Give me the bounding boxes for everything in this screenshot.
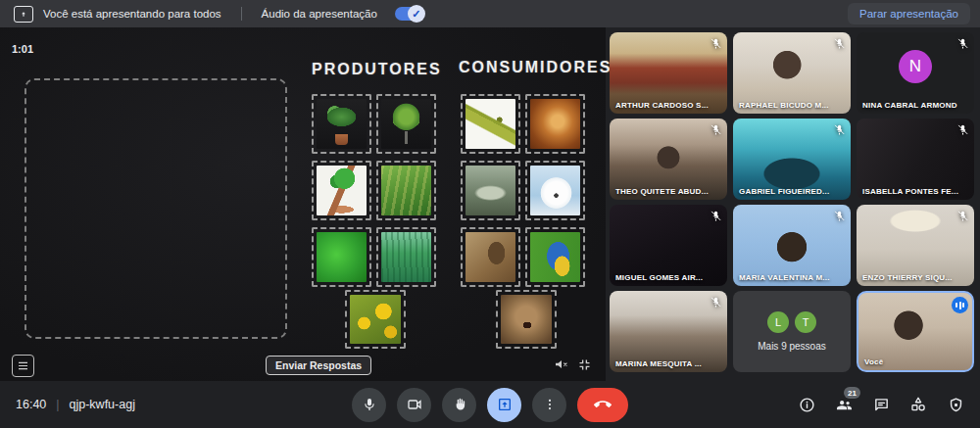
mic-muted-icon [710, 296, 722, 309]
toggle-check-icon: ✓ [408, 5, 425, 23]
participant-tile-theo[interactable]: THEO QUITETE ABUD... [610, 119, 727, 200]
participant-name: MARIA VALENTINA M... [739, 273, 830, 282]
tree-image [381, 99, 431, 149]
producers-grid [312, 94, 436, 287]
participant-tile-arthur[interactable]: ARTHUR CARDOSO S... [610, 32, 727, 114]
participant-count-badge: 21 [844, 387, 860, 399]
card-houseplant[interactable] [312, 94, 371, 154]
more-people-label: Mais 9 pessoas [758, 341, 825, 352]
collapse-icon[interactable] [577, 357, 592, 372]
card-cobra[interactable] [461, 227, 520, 287]
mic-muted-icon [956, 37, 969, 50]
card-fish[interactable] [461, 161, 520, 220]
participant-name: MIGUEL GOMES AIR... [615, 273, 703, 282]
participant-name: ENZO THIERRY SIQU... [862, 273, 953, 282]
divider [241, 7, 242, 21]
self-tile[interactable]: Você [857, 291, 974, 372]
presentation-audio-label: Áudio da apresentação [262, 8, 377, 20]
participant-tile-enzo[interactable]: ENZO THIERRY SIQU... [857, 205, 974, 286]
lion-image [530, 99, 580, 149]
speaker-muted-icon[interactable] [554, 357, 569, 372]
card-macaw[interactable] [525, 227, 585, 287]
activities-icon[interactable] [907, 394, 929, 415]
grasshopper-image [466, 99, 515, 149]
clock: 16:40 [16, 398, 46, 411]
avatar: T [795, 311, 816, 333]
participant-tile-marina[interactable]: MARINA MESQUITA ... [610, 291, 727, 372]
menu-icon[interactable] [12, 355, 34, 377]
present-to-all-icon [14, 6, 33, 23]
card-green-leaves[interactable] [312, 227, 371, 287]
shared-presentation[interactable]: 1:01 PRODUTORES CONSUMIDORES Enviar Resp… [0, 27, 606, 381]
participant-name: NINA CABRAL ARMOND [862, 101, 957, 110]
mic-muted-icon [710, 123, 722, 136]
end-call-button[interactable] [577, 388, 628, 422]
activity-timer: 1:01 [12, 43, 33, 55]
stop-presenting-button[interactable]: Parar apresentação [859, 8, 958, 20]
card-grasshopper[interactable] [461, 94, 520, 154]
participant-tile-isabella[interactable]: ISABELLA PONTES FE... [857, 119, 974, 200]
card-corn-field[interactable] [376, 161, 436, 220]
presenting-label: Você está apresentando para todos [43, 8, 221, 20]
meeting-controls-bar: 16:40 | qjp-kwfu-agj 21 [0, 381, 980, 428]
card-bear[interactable] [496, 290, 557, 349]
card-lion[interactable] [525, 94, 585, 154]
fish-image [466, 166, 515, 215]
card-sunflowers[interactable] [345, 290, 406, 349]
houseplant-image [317, 99, 367, 149]
presenting-banner: Você está apresentando para todos Áudio … [0, 0, 980, 27]
producers-title: PRODUTORES [312, 61, 439, 78]
divider: | [56, 398, 59, 411]
mic-muted-icon [833, 210, 846, 222]
participant-name: MARINA MESQUITA ... [615, 359, 702, 368]
participant-tile-raphael[interactable]: RAPHAEL BICUDO M... [733, 32, 851, 114]
chat-icon[interactable] [870, 394, 892, 415]
seal-image [530, 166, 580, 215]
participant-tile-maria[interactable]: MARIA VALENTINA M... [733, 205, 851, 286]
more-people-tile[interactable]: L T Mais 9 pessoas [733, 291, 851, 372]
corn-field-image [381, 166, 431, 215]
card-palm-tree[interactable] [312, 161, 371, 220]
consumers-grid [461, 94, 585, 287]
aquatic-plants-image [381, 232, 431, 282]
card-aquatic-plants[interactable] [376, 227, 436, 287]
speaking-indicator-icon [952, 297, 968, 313]
present-button[interactable] [487, 388, 521, 422]
info-icon[interactable] [796, 394, 817, 415]
bear-image [501, 295, 552, 344]
presentation-audio-toggle[interactable]: ✓ [395, 7, 424, 21]
participant-name: THEO QUITETE ABUD... [615, 187, 709, 196]
mic-muted-icon [956, 210, 969, 222]
answer-drop-zone[interactable] [24, 78, 287, 339]
sunflowers-image [350, 295, 401, 344]
raise-hand-button[interactable] [442, 388, 476, 422]
mic-muted-icon [710, 210, 722, 222]
card-seal[interactable] [525, 161, 585, 220]
mic-muted-icon [833, 123, 846, 136]
participant-tile-gabriel[interactable]: GABRIEL FIGUEIRED... [733, 119, 851, 200]
avatar-group: L T [767, 311, 816, 333]
more-options-button[interactable] [532, 388, 566, 422]
self-label: Você [864, 357, 883, 366]
participant-name: ARTHUR CARDOSO S... [615, 101, 709, 110]
submit-answers-button[interactable]: Enviar Respostas [266, 356, 371, 375]
mic-button[interactable] [352, 388, 386, 422]
macaw-image [530, 232, 580, 282]
mic-muted-icon [710, 37, 722, 50]
consumers-title: CONSUMIDORES [459, 59, 592, 76]
cobra-image [466, 232, 515, 282]
card-tree[interactable] [376, 94, 436, 154]
green-leaves-image [317, 232, 367, 282]
mic-muted-icon [956, 123, 969, 136]
camera-button[interactable] [397, 388, 431, 422]
host-controls-icon[interactable] [945, 394, 966, 415]
participant-tile-miguel[interactable]: MIGUEL GOMES AIR... [610, 205, 727, 286]
participant-tile-nina[interactable]: N NINA CABRAL ARMOND [857, 32, 974, 114]
people-icon[interactable]: 21 [833, 394, 855, 415]
avatar: N [899, 50, 932, 83]
stop-presenting-container: Parar apresentação [848, 3, 970, 24]
participant-grid: ARTHUR CARDOSO S... RAPHAEL BICUDO M... … [610, 32, 974, 372]
participant-name: ISABELLA PONTES FE... [862, 187, 958, 196]
palm-tree-image [317, 166, 367, 215]
participant-name: RAPHAEL BICUDO M... [739, 101, 829, 110]
